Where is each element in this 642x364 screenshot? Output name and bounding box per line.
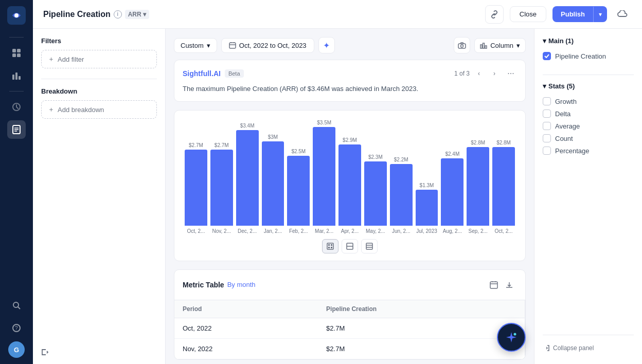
ai-next-button[interactable]: › — [488, 67, 501, 80]
icon-bar: ? G — [0, 0, 33, 364]
bar[interactable] — [262, 141, 284, 226]
bar-label-bottom: Oct, 2... — [495, 228, 513, 234]
bar[interactable] — [492, 147, 515, 226]
add-breakdown-button[interactable]: ＋ Add breakdown — [41, 100, 157, 119]
bar-label-bottom: Dec, 2... — [238, 228, 257, 234]
info-icon[interactable]: i — [114, 10, 122, 19]
metric-calendar-button[interactable] — [486, 277, 502, 293]
stats-item-label: Growth — [555, 98, 577, 105]
sidebar-item-metrics[interactable] — [7, 98, 26, 116]
collapse-panel-button[interactable]: Collapse panel — [543, 340, 634, 356]
sidebar-item-help[interactable]: ? — [7, 319, 26, 337]
bar[interactable] — [338, 144, 361, 226]
bar[interactable] — [416, 190, 438, 226]
svg-rect-2 — [12, 49, 16, 52]
avatar[interactable]: G — [8, 341, 25, 358]
chart-view-full[interactable] — [322, 239, 338, 253]
pipeline-creation-checkbox[interactable] — [543, 52, 551, 60]
stats-checkbox[interactable] — [543, 122, 551, 130]
bar[interactable] — [313, 127, 335, 226]
stats-items: GrowthDeltaAverageCountPercentage — [543, 95, 634, 157]
table-row: Oct, 2022$2.7M — [174, 318, 525, 338]
arr-badge[interactable]: ARR ▾ — [125, 10, 149, 19]
bar-group[interactable]: $2.5MFeb, 2... — [287, 149, 310, 234]
camera-button[interactable] — [454, 37, 470, 53]
metric-download-button[interactable] — [502, 277, 517, 293]
date-range-button[interactable]: Oct, 2022 to Oct, 2023 — [221, 38, 314, 53]
app-container: ? G Pipeline Creation i ARR ▾ — [0, 0, 642, 364]
svg-rect-28 — [328, 244, 330, 246]
publish-main-button[interactable]: Publish — [552, 6, 593, 22]
bar[interactable] — [441, 158, 463, 226]
bar-group[interactable]: $2.7MOct, 2... — [185, 142, 207, 234]
stats-item: Average — [543, 120, 634, 132]
bar-group[interactable]: $2.8MSep, 2... — [467, 140, 489, 234]
bar-label-top: $3.4M — [240, 123, 255, 129]
breakdown-title: Breakdown — [41, 87, 157, 95]
pipeline-creation-item: Pipeline Creation — [543, 50, 634, 62]
stats-checkbox[interactable] — [543, 110, 551, 118]
bar[interactable] — [390, 164, 413, 226]
svg-rect-26 — [485, 46, 487, 48]
bar-group[interactable]: $2.7MNov, 2... — [210, 142, 233, 234]
collapse-sidebar-button[interactable] — [41, 349, 157, 356]
svg-rect-37 — [490, 282, 497, 288]
bar[interactable] — [210, 150, 233, 226]
bar-group[interactable]: $2.8MOct, 2... — [492, 140, 515, 234]
main-area: Pipeline Creation i ARR ▾ Close Publish … — [33, 0, 642, 364]
bar-label-top: $3.5M — [317, 120, 331, 125]
custom-select[interactable]: Custom ▾ — [174, 38, 217, 53]
bar-group[interactable]: $3.4MDec, 2... — [236, 123, 259, 234]
add-filter-button[interactable]: ＋ Add filter — [41, 50, 157, 68]
ai-float-button[interactable] — [497, 323, 526, 352]
publish-dropdown-arrow[interactable]: ▾ — [593, 7, 607, 22]
svg-rect-7 — [15, 72, 17, 80]
plus-icon: ＋ — [48, 54, 55, 64]
bar-group[interactable]: $3MJan, 2... — [262, 134, 284, 234]
bar-group[interactable]: $2.9MApr, 2... — [338, 137, 361, 234]
stats-checkbox[interactable] — [543, 134, 551, 142]
bar[interactable] — [185, 150, 207, 226]
svg-point-23 — [461, 45, 463, 47]
ai-prev-button[interactable]: ‹ — [473, 67, 485, 80]
metric-col-value: Pipeline Creation — [318, 300, 525, 318]
bar-group[interactable]: $2.4MAug, 2... — [441, 151, 463, 234]
bar-label-top: $2.8M — [496, 140, 511, 145]
cloud-icon[interactable] — [613, 5, 632, 24]
chart-type-label: Column — [490, 42, 513, 49]
svg-rect-4 — [12, 53, 16, 57]
stats-checkbox[interactable] — [543, 97, 551, 105]
chart-view-small[interactable] — [361, 239, 378, 253]
bar-group[interactable]: $2.2MJun, 2... — [390, 157, 413, 234]
metric-header: Metric Table By month — [174, 270, 525, 300]
stats-checkbox[interactable] — [543, 147, 551, 155]
main-section-header[interactable]: ▾ Main (1) — [543, 37, 634, 45]
bar-label-bottom: Feb, 2... — [289, 228, 308, 234]
magic-button[interactable]: ✦ — [318, 37, 335, 53]
sidebar-item-charts[interactable] — [7, 66, 26, 85]
close-button[interactable]: Close — [510, 6, 546, 22]
bar-group[interactable]: $3.5MMar, 2... — [313, 120, 335, 234]
bar[interactable] — [287, 156, 310, 226]
bar-label-bottom: Nov, 2... — [212, 228, 231, 234]
app-logo[interactable] — [7, 6, 26, 25]
svg-rect-31 — [331, 247, 332, 248]
sidebar-item-reports[interactable] — [7, 120, 26, 139]
chart-type-select[interactable]: Column ▾ — [474, 38, 526, 53]
sidebar-item-dashboard[interactable] — [7, 44, 26, 62]
stats-item: Delta — [543, 107, 634, 120]
stats-panel-section: ▾ Stats (5) GrowthDeltaAverageCountPerce… — [543, 82, 634, 157]
ai-more-button[interactable]: ··· — [505, 67, 517, 80]
bar-group[interactable]: $1.3MJul, 2023 — [416, 183, 438, 234]
link-button[interactable] — [485, 5, 504, 24]
chart-view-medium[interactable] — [342, 239, 358, 253]
bar[interactable] — [236, 130, 259, 226]
bar-group[interactable]: $2.3MMay, 2... — [364, 154, 387, 234]
bar[interactable] — [467, 147, 489, 226]
date-range-text: Oct, 2022 to Oct, 2023 — [239, 42, 307, 49]
svg-point-14 — [13, 302, 19, 307]
sidebar-item-search[interactable] — [7, 296, 26, 315]
stats-section-arrow: ▾ — [543, 82, 546, 90]
stats-section-header[interactable]: ▾ Stats (5) — [543, 82, 634, 90]
bar[interactable] — [364, 161, 387, 226]
